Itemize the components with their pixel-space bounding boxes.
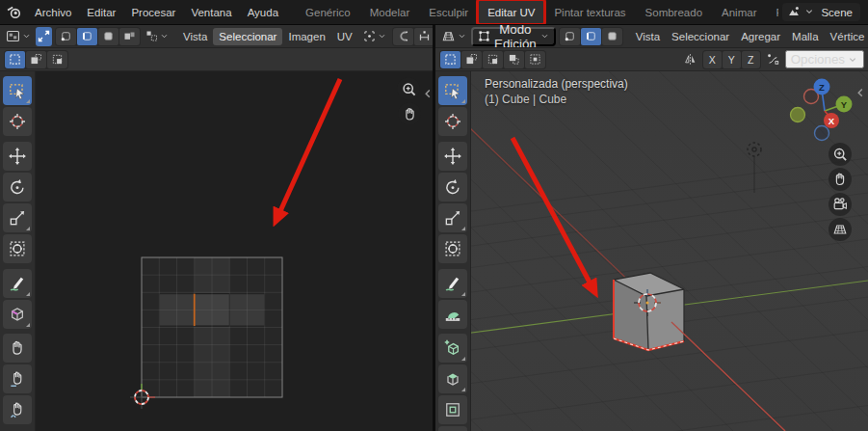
chevron-down-icon: [847, 54, 858, 66]
editor-type-button[interactable]: [439, 27, 468, 46]
mesh-select-mode-0[interactable]: [560, 28, 580, 45]
menu-seleccionar[interactable]: Seleccionar: [213, 28, 282, 45]
tool-box-select[interactable]: [438, 76, 467, 105]
mirror-axis-y[interactable]: Y: [723, 51, 741, 68]
tool-box-select[interactable]: [3, 76, 32, 105]
uv-canvas[interactable]: [0, 71, 433, 431]
menu-vista[interactable]: Vista: [177, 28, 213, 45]
uv-zoom-button[interactable]: [398, 78, 420, 100]
tool-inset-faces[interactable]: [438, 395, 467, 424]
uv-select-mode-group: [55, 27, 141, 46]
workspace-tab-animar[interactable]: Animar: [712, 0, 766, 24]
viewport-pan-hand-button[interactable]: [829, 168, 852, 191]
menu-seleccionar[interactable]: Seleccionar: [666, 28, 735, 45]
uv-select-mode-0[interactable]: [56, 28, 76, 45]
uv-canvas-area[interactable]: [0, 71, 433, 431]
menu-malla[interactable]: Malla: [786, 28, 824, 45]
menu-procesar[interactable]: Procesar: [123, 0, 183, 24]
topbar: ArchivoEditarProcesarVentanaAyuda Genéri…: [0, 0, 868, 25]
vp-boxselect-mode-3[interactable]: [504, 51, 524, 68]
vp-boxselect-mode-0[interactable]: [440, 51, 460, 68]
face-select-icon: [101, 29, 116, 43]
mirror-axis-x[interactable]: X: [703, 51, 722, 68]
navigation-gizmo[interactable]: ZYX: [791, 79, 853, 141]
mirror-axis-z[interactable]: Z: [742, 51, 760, 68]
tool-rotate[interactable]: [3, 173, 32, 202]
tool-rip-region[interactable]: [3, 300, 32, 329]
sticky-selection-button[interactable]: [144, 27, 171, 46]
viewport-zoom-button[interactable]: [829, 143, 852, 166]
chevron-down-icon: [377, 31, 387, 41]
vp-boxselect-mode-4[interactable]: [525, 51, 545, 68]
viewport-canvas[interactable]: ZYX: [435, 71, 868, 431]
menu-editar[interactable]: Editar: [79, 0, 123, 24]
blender-logo-icon: [6, 4, 22, 20]
uv-boxselect-mode-2[interactable]: [47, 51, 67, 68]
tool-measure[interactable]: [438, 300, 467, 329]
workspace-tab-sombreado[interactable]: Sombreado: [636, 0, 712, 24]
menu-vértice[interactable]: Vértice: [825, 28, 868, 45]
gizmo-minus-z[interactable]: [815, 126, 829, 141]
menu-imagen[interactable]: Imagen: [282, 28, 330, 45]
workspace-tab-pintar-texturas[interactable]: Pintar texturas: [544, 0, 635, 24]
menu-uv[interactable]: UV: [331, 28, 358, 45]
editor-type-button[interactable]: [4, 27, 33, 46]
menu-vista[interactable]: Vista: [630, 28, 666, 45]
tool-cursor[interactable]: [438, 107, 467, 136]
uv-boxselect-mode-1[interactable]: [26, 51, 46, 68]
tool-bevel[interactable]: [438, 426, 467, 431]
mesh-select-mode-1[interactable]: [581, 28, 601, 45]
viewport-grid-ortho-button[interactable]: [829, 218, 852, 241]
viewport-tool-settings-bar: XYZOpciones: [435, 48, 868, 71]
snap-toggle-button[interactable]: [393, 28, 413, 45]
falloff-button[interactable]: [765, 50, 781, 69]
tool-scale[interactable]: [3, 203, 32, 232]
pivot-point-button[interactable]: [361, 27, 388, 46]
tool-transform[interactable]: [3, 234, 32, 263]
tool-move[interactable]: [438, 142, 467, 171]
uv-toolbar: [0, 71, 36, 431]
menu-ventana[interactable]: Ventana: [183, 0, 239, 24]
tool-annotate[interactable]: [438, 269, 467, 298]
tool-relax[interactable]: [3, 364, 32, 393]
tool-cursor[interactable]: [3, 107, 32, 136]
uv-sync-selection-button[interactable]: [36, 27, 52, 46]
tool-scale[interactable]: [438, 203, 467, 232]
snap-target-button[interactable]: [414, 28, 433, 45]
menu-agregar[interactable]: Agregar: [735, 28, 786, 45]
tool-pinch[interactable]: [3, 395, 32, 424]
viewport-camera-view-button[interactable]: [829, 193, 852, 216]
uv-boxselect-mode-0[interactable]: [5, 51, 25, 68]
options-dropdown[interactable]: Opciones: [785, 50, 864, 68]
workspace-tab-procesamiento[interactable]: Procesamiento: [766, 0, 778, 24]
workspace-tab-modelar[interactable]: Modelar: [360, 0, 420, 24]
gizmo-minus-y[interactable]: [791, 108, 805, 122]
workspace-tab-genérico[interactable]: Genérico: [296, 0, 360, 24]
mode-set-icon: [8, 52, 22, 67]
tool-extrude-region[interactable]: [438, 364, 467, 393]
menu-ayuda[interactable]: Ayuda: [240, 0, 286, 24]
uv-pan-button[interactable]: [399, 103, 421, 125]
vp-boxselect-mode-2[interactable]: [483, 51, 503, 68]
tool-rotate[interactable]: [438, 173, 467, 202]
scene-selector[interactable]: Scene: [782, 3, 860, 21]
tool-add-cube[interactable]: [438, 334, 467, 363]
tool-transform[interactable]: [438, 234, 467, 263]
workspace-tab-editar-uv[interactable]: Editar UV: [478, 0, 544, 24]
viewport-menu-bar: VistaSeleccionarAgregarMallaVérticeBorde: [630, 28, 868, 45]
workspace-tab-esculpir[interactable]: Esculpir: [419, 0, 478, 24]
uv-select-mode-2[interactable]: [98, 28, 118, 45]
tool-move[interactable]: [3, 142, 32, 171]
tool-grab[interactable]: [3, 334, 32, 363]
menu-archivo[interactable]: Archivo: [27, 0, 79, 24]
uv-select-mode-1[interactable]: [77, 28, 97, 45]
viewport-canvas-area[interactable]: ZYX Personalizada (perspectiva) (1) Cube…: [435, 71, 868, 431]
mesh-select-mode-2[interactable]: [602, 28, 622, 45]
tool-annotate[interactable]: [3, 269, 32, 298]
uv-select-mode-3[interactable]: [119, 28, 140, 45]
mode-selector[interactable]: Modo Edición: [471, 27, 556, 46]
viewport-region-collapse-icon[interactable]: [858, 90, 862, 96]
blender-logo-icon[interactable]: [0, 0, 27, 24]
vp-boxselect-mode-1[interactable]: [461, 51, 482, 68]
mirror-button[interactable]: [682, 50, 698, 69]
